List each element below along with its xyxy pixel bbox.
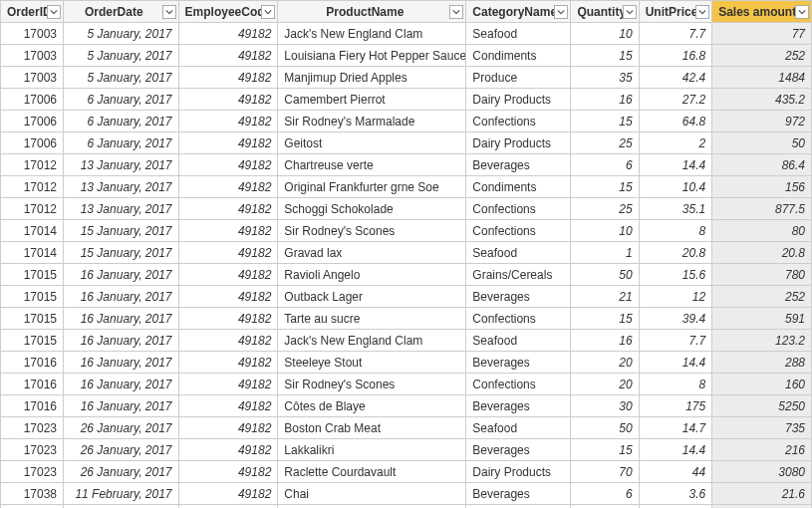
column-header-quantity[interactable]: Quantity: [571, 1, 639, 23]
filter-dropdown-icon[interactable]: [47, 5, 61, 19]
column-header-employeecode[interactable]: EmployeeCode: [178, 1, 278, 23]
cell-unitprice: 35.1: [639, 198, 712, 220]
table-row[interactable]: 1701516 January, 201749182Tarte au sucre…: [1, 308, 812, 330]
cell-orderid: 17003: [1, 67, 64, 89]
cell-categoryname: Seafood: [466, 417, 571, 439]
cell-employeecode: 49182: [178, 374, 278, 395]
cell-salesamount: 735: [712, 417, 812, 439]
column-header-label: OrderID: [7, 5, 52, 19]
filter-dropdown-icon[interactable]: [695, 5, 709, 19]
table-row[interactable]: 1701415 January, 201749182Sir Rodney's S…: [1, 220, 812, 242]
cell-employeecode: 49182: [178, 198, 278, 220]
cell-quantity: 20: [571, 352, 639, 374]
column-header-orderid[interactable]: OrderID: [1, 1, 64, 23]
table-row[interactable]: 170035 January, 201749182Louisiana Fiery…: [1, 45, 812, 67]
table-row[interactable]: 1703811 February, 201749182Steeleye Stou…: [1, 505, 812, 509]
cell-categoryname: Confections: [466, 198, 571, 220]
column-header-unitprice[interactable]: UnitPrice: [639, 1, 712, 23]
cell-unitprice: 2: [639, 132, 712, 154]
table-row[interactable]: 170066 January, 201749182GeitostDairy Pr…: [1, 132, 812, 154]
cell-unitprice: 3.6: [639, 483, 712, 505]
column-header-label: CategoryName: [472, 5, 557, 19]
column-header-productname[interactable]: ProductName: [278, 1, 466, 23]
cell-orderdate: 13 January, 2017: [64, 154, 179, 176]
table-row[interactable]: 170035 January, 201749182Jack's New Engl…: [1, 23, 812, 45]
cell-employeecode: 49182: [178, 220, 278, 242]
table-row[interactable]: 1701213 January, 201749182Chartreuse ver…: [1, 154, 812, 176]
cell-salesamount: 252: [712, 286, 812, 308]
column-header-label: EmployeeCode: [185, 5, 272, 19]
cell-unitprice: 7.7: [639, 23, 712, 45]
cell-salesamount: 591: [712, 308, 812, 330]
cell-categoryname: Beverages: [466, 352, 571, 374]
table-row[interactable]: 1701415 January, 201749182Gravad laxSeaf…: [1, 242, 812, 264]
cell-productname: Steeleye Stout: [278, 505, 466, 509]
cell-employeecode: 49182: [178, 330, 278, 352]
cell-productname: Sir Rodney's Marmalade: [278, 111, 466, 132]
cell-categoryname: Condiments: [466, 45, 571, 67]
cell-categoryname: Seafood: [466, 242, 571, 264]
cell-orderdate: 11 February, 2017: [64, 505, 179, 509]
table-row[interactable]: 1701516 January, 201749182Outback LagerB…: [1, 286, 812, 308]
cell-quantity: 21: [571, 286, 639, 308]
cell-orderid: 17038: [1, 505, 64, 509]
cell-salesamount: 86.4: [712, 154, 812, 176]
cell-employeecode: 49182: [178, 45, 278, 67]
cell-orderdate: 16 January, 2017: [64, 330, 179, 352]
cell-categoryname: Grains/Cereals: [466, 264, 571, 286]
table-row[interactable]: 1701516 January, 201749182Jack's New Eng…: [1, 330, 812, 352]
cell-unitprice: 8: [639, 220, 712, 242]
table-row[interactable]: 1702326 January, 201749182Boston Crab Me…: [1, 417, 812, 439]
table-row[interactable]: 1703811 February, 201749182ChaiBeverages…: [1, 483, 812, 505]
cell-orderdate: 15 January, 2017: [64, 242, 179, 264]
table-row[interactable]: 1701213 January, 201749182Original Frank…: [1, 176, 812, 198]
cell-quantity: 35: [571, 67, 639, 89]
column-header-orderdate[interactable]: OrderDate: [64, 1, 179, 23]
cell-productname: Côtes de Blaye: [278, 395, 466, 417]
cell-categoryname: Produce: [466, 67, 571, 89]
cell-categoryname: Beverages: [466, 483, 571, 505]
filter-dropdown-icon[interactable]: [795, 5, 809, 19]
cell-quantity: 15: [571, 111, 639, 132]
table-row[interactable]: 170066 January, 201749182Camembert Pierr…: [1, 89, 812, 111]
cell-employeecode: 49182: [178, 132, 278, 154]
column-header-label: Quantity: [577, 5, 626, 19]
cell-productname: Manjimup Dried Apples: [278, 67, 466, 89]
column-header-salesamount[interactable]: Sales amount: [712, 1, 812, 23]
table-row[interactable]: 1702326 January, 201749182Raclette Courd…: [1, 461, 812, 483]
cell-categoryname: Condiments: [466, 176, 571, 198]
cell-salesamount: 50: [712, 132, 812, 154]
column-header-label: Sales amount: [718, 5, 796, 19]
table-row[interactable]: 170066 January, 201749182Sir Rodney's Ma…: [1, 111, 812, 132]
cell-orderdate: 13 January, 2017: [64, 198, 179, 220]
table-row[interactable]: 1701516 January, 201749182Ravioli Angelo…: [1, 264, 812, 286]
table-row[interactable]: 1701616 January, 201749182Steeleye Stout…: [1, 352, 812, 374]
column-header-categoryname[interactable]: CategoryName: [466, 1, 571, 23]
column-header-label: ProductName: [326, 5, 404, 19]
cell-productname: Jack's New England Clam: [278, 23, 466, 45]
table-row[interactable]: 1702326 January, 201749182LakkalikriBeve…: [1, 439, 812, 461]
cell-unitprice: 14.4: [639, 154, 712, 176]
table-row[interactable]: 170035 January, 201749182Manjimup Dried …: [1, 67, 812, 89]
cell-quantity: 10: [571, 220, 639, 242]
filter-dropdown-icon[interactable]: [261, 5, 275, 19]
filter-dropdown-icon[interactable]: [623, 5, 637, 19]
cell-orderid: 17014: [1, 220, 64, 242]
cell-orderdate: 16 January, 2017: [64, 374, 179, 395]
cell-productname: Ravioli Angelo: [278, 264, 466, 286]
table-row[interactable]: 1701213 January, 201749182Schoggi Schoko…: [1, 198, 812, 220]
cell-orderdate: 15 January, 2017: [64, 220, 179, 242]
cell-categoryname: Beverages: [466, 505, 571, 509]
table-row[interactable]: 1701616 January, 201749182Côtes de Blaye…: [1, 395, 812, 417]
cell-orderdate: 26 January, 2017: [64, 417, 179, 439]
cell-productname: Louisiana Fiery Hot Pepper Sauce: [278, 45, 466, 67]
data-table: OrderIDOrderDateEmployeeCodeProductNameC…: [0, 0, 812, 508]
filter-dropdown-icon[interactable]: [449, 5, 463, 19]
table-row[interactable]: 1701616 January, 201749182Sir Rodney's S…: [1, 374, 812, 395]
cell-categoryname: Seafood: [466, 330, 571, 352]
filter-dropdown-icon[interactable]: [162, 5, 176, 19]
cell-employeecode: 49182: [178, 308, 278, 330]
filter-dropdown-icon[interactable]: [554, 5, 568, 19]
cell-orderdate: 6 January, 2017: [64, 132, 179, 154]
cell-orderid: 17006: [1, 132, 64, 154]
